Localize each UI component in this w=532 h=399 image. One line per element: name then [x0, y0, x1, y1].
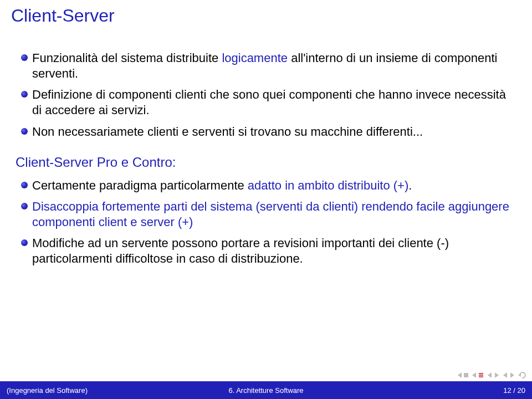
nav-back[interactable] [518, 371, 526, 379]
svg-marker-0 [458, 372, 462, 378]
list-item: Non necessariamete clienti e serventi si… [16, 124, 516, 140]
section-subtitle: Client-Server Pro e Contro: [16, 154, 516, 171]
footer-left: (Ingegneria del Software) [7, 386, 180, 395]
triangle-right-icon [509, 372, 515, 378]
list-item: Funzionalità del sistema distribuite log… [16, 50, 516, 81]
svg-marker-7 [495, 372, 499, 378]
text-plain: Modifiche ad un servente possono portare… [32, 236, 449, 265]
bullet-icon [21, 128, 28, 135]
content-area: Funzionalità del sistema distribuite log… [0, 34, 532, 381]
bullet-icon [21, 239, 28, 246]
bullet-list-1: Funzionalità del sistema distribuite log… [16, 50, 516, 140]
bullet-icon [21, 91, 28, 98]
list-item: Modifiche ad un servente possono portare… [16, 236, 516, 267]
text-plain: Definizione di componenti clienti che so… [32, 88, 506, 117]
svg-rect-1 [464, 373, 468, 377]
square-icon [463, 372, 469, 378]
list-item: Certamente paradigma particolarmente ada… [16, 178, 516, 193]
svg-marker-6 [488, 372, 492, 378]
list-item: Disaccoppia fortemente parti del sistema… [16, 199, 516, 230]
slide: Client-Server Funzionalità del sistema d… [0, 0, 532, 399]
triangle-right-icon [493, 372, 500, 378]
text-plain: Non necessariamete clienti e serventi si… [32, 125, 423, 139]
nav-next[interactable] [502, 372, 515, 378]
svg-marker-8 [503, 372, 507, 378]
footer-center: 6. Architetture Software [180, 386, 352, 395]
undo-arrow-icon [518, 371, 526, 379]
bullet-icon [21, 54, 28, 61]
title-bar: Client-Server [0, 0, 532, 34]
triangle-left-icon [502, 372, 509, 378]
svg-rect-4 [479, 375, 483, 376]
nav-first[interactable] [457, 372, 469, 378]
list-item: Definizione di componenti clienti che so… [16, 87, 516, 118]
text-plain: Certamente paradigma particolarmente [32, 178, 248, 192]
page-title: Client-Server [11, 6, 521, 26]
text-highlight: Disaccoppia fortemente parti del sistema… [32, 200, 509, 229]
bars-icon [478, 372, 484, 378]
svg-rect-3 [479, 373, 483, 374]
text-plain: Funzionalità del sistema distribuite [32, 51, 222, 65]
svg-marker-9 [510, 372, 514, 378]
text-plain: . [408, 178, 412, 192]
triangle-left-icon [457, 372, 463, 378]
bullet-icon [21, 182, 28, 188]
triangle-left-icon [487, 372, 493, 378]
nav-controls [456, 369, 528, 381]
svg-rect-5 [479, 376, 483, 377]
bullet-list-2: Certamente paradigma particolarmente ada… [16, 178, 516, 267]
text-highlight: adatto in ambito distribuito (+) [248, 178, 408, 192]
bullet-icon [21, 203, 28, 209]
footer-bar: (Ingegneria del Software) 6. Architettur… [0, 381, 532, 399]
nav-prev-section[interactable] [471, 372, 484, 378]
footer-right: 12 / 20 [352, 386, 525, 395]
text-highlight: logicamente [222, 51, 288, 65]
triangle-left-icon [471, 372, 478, 378]
svg-marker-2 [472, 372, 476, 378]
nav-prev[interactable] [487, 372, 500, 378]
